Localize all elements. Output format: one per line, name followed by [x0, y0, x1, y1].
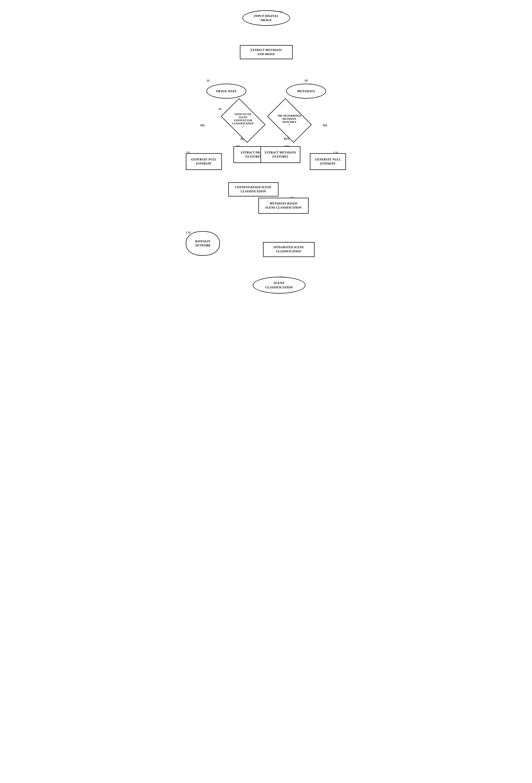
- scene-classification-node: SCENE CLASSIFICATION: [253, 277, 305, 293]
- extract-metadata-features-node: EXTRACT METADATA FEATURES: [261, 146, 300, 163]
- label-no-left: NO: [200, 124, 205, 127]
- input-digital-image-node: INPUT DIGITAL IMAGE: [242, 10, 290, 26]
- ref-130: 130: [186, 230, 191, 234]
- metadata-based-classification-node: METADATA-BASED SCENE CLASSIFICATION: [258, 198, 309, 214]
- need-to-use-node: NEED TO USE SCENE CONTENT FOR CLASSIFICA…: [225, 107, 262, 133]
- bayesian-network-node: BAYESIAN NETWORK: [186, 231, 220, 256]
- ref-30: 30: [206, 79, 210, 83]
- generate-null-left-node: GENERATE NULL ESTIMATE: [186, 153, 222, 170]
- ref-80: 80: [305, 79, 308, 83]
- extract-metadata-node: EXTRACT METADATA AND IMAGE: [240, 45, 293, 59]
- metadata-node: METADATA: [286, 84, 326, 99]
- ref-40: 40: [219, 107, 222, 111]
- image-data-node: IMAGE DATA: [206, 84, 246, 99]
- pre-determined-node: PRE-DETERMINED METADATA AVAILABLE ?: [271, 107, 308, 133]
- integrated-scene-classification-node: INTEGRATED SCENE CLASSIFICATION: [263, 242, 314, 257]
- generate-null-right-node: GENERATE NULL ESTIMATE: [310, 153, 346, 170]
- label-no-right: NO: [323, 124, 327, 127]
- content-based-classification-node: CONTENT-BASED SCENE CLASSIFICATION: [228, 182, 278, 196]
